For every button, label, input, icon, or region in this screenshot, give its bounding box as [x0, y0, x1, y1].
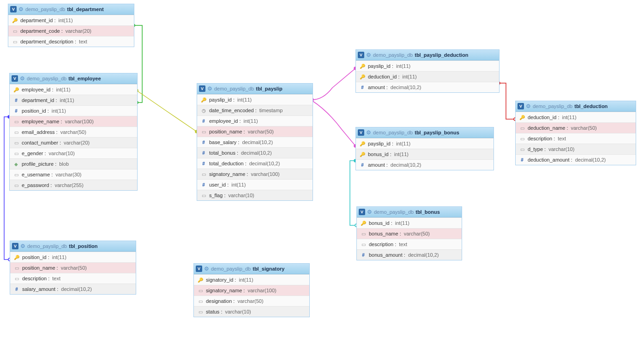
column-name: department_id : [20, 18, 55, 23]
date-icon: ◷ [201, 108, 206, 113]
numeric-icon: # [201, 151, 206, 156]
column-row[interactable]: #bonus_amount : decimal(10,2) [357, 249, 462, 260]
database-name: demo_payslip_db [25, 6, 65, 12]
table-header[interactable]: V⚙demo_payslip_db tbl_bonus [357, 207, 462, 217]
column-row[interactable]: 🔑employee_id : int(11) [10, 84, 137, 95]
gear-icon[interactable]: ⚙ [366, 130, 371, 135]
column-row[interactable]: #user_id : int(11) [197, 179, 313, 190]
table-header[interactable]: V⚙demo_payslip_db tbl_position [10, 241, 136, 252]
table-payslip-bonus[interactable]: V⚙demo_payslip_db tbl_payslip_bonus🔑pays… [355, 127, 494, 170]
column-name: department_code : [20, 28, 63, 34]
gear-icon[interactable]: ⚙ [204, 266, 209, 272]
column-row[interactable]: 🔑bonus_id : int(11) [357, 217, 462, 228]
column-type: int(11) [396, 141, 410, 146]
table-signatory[interactable]: V⚙demo_payslip_db tbl_signatory🔑signator… [193, 263, 310, 317]
text-icon: ▭ [13, 151, 19, 156]
column-row[interactable]: ▭employee_name : varchar(100) [10, 116, 137, 127]
column-row[interactable]: ▭description : text [357, 239, 462, 249]
column-row[interactable]: ▭e_password : varchar(255) [10, 180, 137, 190]
column-row[interactable]: ▭d_type : varchar(10) [516, 144, 636, 154]
column-row[interactable]: ▭email_address : varchar(50) [10, 127, 137, 137]
gear-icon[interactable]: ⚙ [526, 103, 531, 109]
table-header[interactable]: V⚙demo_payslip_db tbl_signatory [194, 264, 309, 274]
column-row[interactable]: 🔑deduction_id : int(11) [516, 112, 636, 122]
column-name: profile_picture : [22, 161, 56, 167]
column-row[interactable]: #total_deduction : decimal(10,2) [197, 158, 313, 169]
primary-key-icon: 🔑 [360, 64, 365, 69]
column-row[interactable]: 🔑signatory_id : int(11) [194, 274, 309, 285]
gear-icon[interactable]: ⚙ [367, 209, 372, 215]
column-row[interactable]: #salary_amount : decimal(10,2) [10, 284, 136, 294]
table-bonus[interactable]: V⚙demo_payslip_db tbl_bonus🔑bonus_id : i… [356, 206, 462, 260]
column-row[interactable]: 🔑deduction_id : int(11) [356, 71, 499, 82]
column-row[interactable]: 🔑payslip_id : int(11) [356, 138, 494, 149]
column-name: position_name : [22, 265, 58, 271]
table-name: tbl_payslip [256, 86, 282, 91]
column-type: varchar(50) [571, 125, 596, 131]
column-row[interactable]: #employee_id : int(11) [197, 115, 313, 126]
column-row[interactable]: #amount : decimal(10,2) [356, 82, 499, 92]
column-row[interactable]: 🔑payslip_id : int(11) [197, 94, 313, 105]
column-row[interactable]: #department_id : int(11) [10, 95, 137, 105]
table-name: tbl_payslip_bonus [415, 130, 459, 135]
column-row[interactable]: ◷date_time_encoded : timestamp [197, 105, 313, 115]
column-row[interactable]: ▭s_flag : varchar(10) [197, 190, 313, 200]
column-row[interactable]: ▭designation : varchar(50) [194, 296, 309, 306]
column-row[interactable]: ◆profile_picture : blob [10, 158, 137, 169]
column-row[interactable]: ▭e_username : varchar(30) [10, 169, 137, 180]
column-row[interactable]: ▭description : text [10, 273, 136, 284]
column-row[interactable]: 🔑payslip_id : int(11) [356, 60, 499, 71]
column-type: int(11) [52, 108, 66, 114]
column-row[interactable]: #total_bonus : decimal(10,2) [197, 147, 313, 158]
gear-icon[interactable]: ⚙ [20, 76, 25, 81]
table-header[interactable]: V⚙demo_payslip_db tbl_payslip_deduction [356, 50, 499, 60]
text-icon: ▭ [12, 39, 18, 44]
gear-icon[interactable]: ⚙ [366, 52, 371, 58]
er-diagram-canvas[interactable]: { "db": "demo_payslip_db", "tables": { "… [0, 0, 644, 338]
column-type: varchar(10) [228, 193, 254, 198]
table-department[interactable]: V⚙demo_payslip_db tbl_department🔑departm… [8, 4, 134, 47]
table-payslip-deduction[interactable]: V⚙demo_payslip_db tbl_payslip_deduction🔑… [355, 49, 500, 93]
table-header[interactable]: V⚙demo_payslip_db tbl_payslip [197, 84, 313, 94]
column-row[interactable]: ▭department_description : text [8, 36, 134, 47]
table-position[interactable]: V⚙demo_payslip_db tbl_position🔑position_… [10, 241, 136, 295]
column-row[interactable]: ▭e_gender : varchar(10) [10, 148, 137, 158]
column-name: employee_name : [22, 119, 62, 124]
column-row[interactable]: ▭contact_number : varchar(20) [10, 137, 137, 148]
table-deduction[interactable]: V⚙demo_payslip_db tbl_deduction🔑deductio… [515, 101, 636, 165]
column-row[interactable]: ▭bonus_name : varchar(50) [357, 228, 462, 239]
text-icon: ▭ [201, 193, 206, 198]
table-employee[interactable]: V⚙demo_payslip_db tbl_employee🔑employee_… [9, 73, 138, 191]
table-header[interactable]: V⚙demo_payslip_db tbl_employee [10, 73, 137, 84]
table-header[interactable]: V⚙demo_payslip_db tbl_deduction [516, 101, 636, 112]
column-row[interactable]: ▭status : varchar(10) [194, 306, 309, 317]
column-row[interactable]: 🔑bonus_id : int(11) [356, 149, 494, 159]
column-name: status : [206, 309, 222, 314]
column-row[interactable]: #position_id : int(11) [10, 105, 137, 116]
column-row[interactable]: #base_salary : decimal(10,2) [197, 137, 313, 147]
column-row[interactable]: ▭position_name : varchar(50) [10, 262, 136, 273]
column-row[interactable]: #amount : decimal(10,2) [356, 159, 494, 170]
gear-icon[interactable]: ⚙ [18, 6, 24, 12]
column-row[interactable]: ▭description : text [516, 133, 636, 144]
column-row[interactable]: #deduction_amount : decimal(10,2) [516, 154, 636, 165]
gear-icon[interactable]: ⚙ [207, 86, 212, 91]
numeric-icon: # [201, 119, 206, 124]
primary-key-icon: 🔑 [201, 97, 206, 103]
column-row[interactable]: 🔑position_id : int(11) [10, 252, 136, 262]
column-row[interactable]: ▭position_name : varchar(50) [197, 126, 313, 137]
table-header[interactable]: V⚙demo_payslip_db tbl_payslip_bonus [356, 127, 494, 138]
table-type-icon: V [518, 103, 524, 109]
gear-icon[interactable]: ⚙ [20, 243, 25, 249]
column-type: varchar(50) [61, 265, 87, 271]
column-name: department_description : [20, 39, 76, 44]
column-row[interactable]: ▭department_code : varchar(20) [8, 25, 134, 36]
column-row[interactable]: ▭deduction_name : varchar(50) [516, 122, 636, 133]
table-payslip[interactable]: V⚙demo_payslip_db tbl_payslip🔑payslip_id… [197, 83, 313, 201]
column-row[interactable]: ▭signatory_name : varchar(100) [197, 169, 313, 179]
table-header[interactable]: V⚙demo_payslip_db tbl_department [8, 4, 134, 15]
column-row[interactable]: 🔑department_id : int(11) [8, 15, 134, 25]
column-row[interactable]: ▭signatory_name : varchar(100) [194, 285, 309, 296]
column-type: decimal(10,2) [575, 157, 606, 163]
column-name: position_id : [22, 254, 49, 260]
